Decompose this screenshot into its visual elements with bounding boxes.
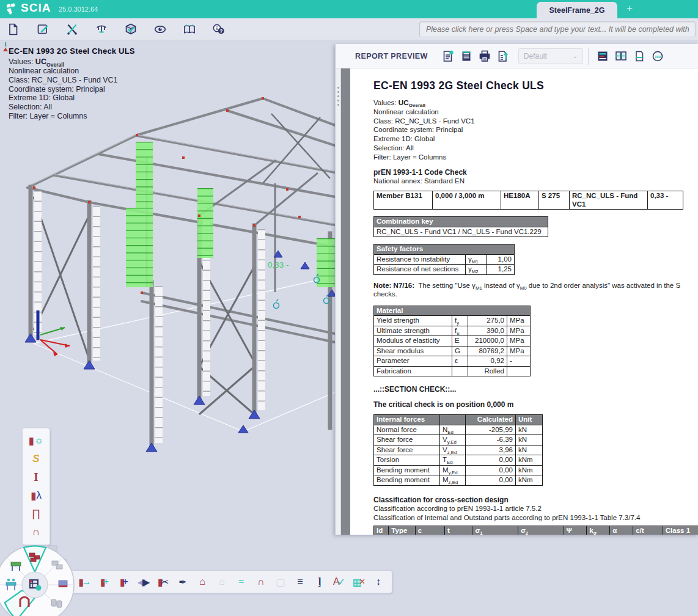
table-cell: 0,33 - <box>648 191 683 210</box>
table-cell: TEd <box>440 455 466 466</box>
table-cell: HE180A <box>501 191 539 210</box>
input-panel-toolbar: ▮☼SI▮λ∏∩ <box>22 428 50 545</box>
report-content: EC-EN 1993 2G Steel Check ULS Values: UC… <box>350 68 698 535</box>
force-row: Bending momentMz,Ed0,00kNm <box>374 475 543 486</box>
table-cell: MPa <box>507 346 531 356</box>
format-brush-icon[interactable]: ✒ <box>173 572 193 592</box>
table-cell: - <box>507 356 531 367</box>
classification-line1: Classification according to prEN 1993-1-… <box>373 504 698 513</box>
load-panel-icon[interactable] <box>59 581 67 587</box>
report-info-lines: Nonlinear calculationClass: RC_NC_ULS - … <box>373 108 698 162</box>
table-cell: Material <box>374 306 531 316</box>
table-cell: Normal force <box>374 425 440 435</box>
marking-menu-wheel[interactable] <box>0 541 83 616</box>
table-cell: Parameter <box>374 356 452 367</box>
print-icon[interactable] <box>476 47 494 65</box>
report-page[interactable]: EC-EN 1993 2G Steel Check ULS Values: UC… <box>350 68 698 535</box>
haunch-frame-icon[interactable]: ∏ <box>23 505 50 523</box>
member-settings-icon[interactable]: ▮☼ <box>23 431 50 450</box>
help-icon[interactable]: i ? <box>209 20 228 38</box>
view-icon[interactable] <box>150 20 169 38</box>
export-report-icon[interactable] <box>494 47 512 65</box>
tools-icon[interactable] <box>62 20 81 38</box>
check-names-icon[interactable]: A✓ <box>329 572 349 592</box>
table-cell: kN <box>516 445 543 455</box>
report-info-line: Extreme 1D: Global <box>373 134 698 144</box>
classification-line2: Classification of Internal and Outstand … <box>373 513 698 522</box>
layers-icon[interactable]: ≡ <box>290 572 310 592</box>
check-info-line: Selection: All <box>9 103 135 112</box>
table-cell <box>507 366 531 376</box>
connect-members-icon[interactable]: ▮+ <box>95 572 114 592</box>
wheel-center[interactable] <box>22 572 48 598</box>
section-check-heading: ...::SECTION CHECK::... <box>373 385 698 394</box>
warning-arrow-icon <box>3 48 8 51</box>
svg-text:?: ? <box>219 28 222 34</box>
table-cell: Mz,Ed <box>440 475 466 486</box>
two-pages-icon[interactable] <box>612 47 630 65</box>
storey-copy-icon[interactable]: ≈ <box>232 572 251 592</box>
layout-icon[interactable] <box>593 47 612 65</box>
table-cell <box>452 366 468 376</box>
zoom-100-icon[interactable]: 100 <box>648 47 667 65</box>
report-container-icon[interactable] <box>457 47 476 65</box>
table-header-cell: kσ[-] <box>587 526 610 535</box>
table-cell: Bending moment <box>374 465 440 475</box>
table-cell: My,Ed <box>440 465 466 475</box>
main-toolbar: i ? <box>0 18 698 40</box>
classification-table-wrap: IdTypec[mm]t[mm]σ1[kN/m²]σ2[kN/m²]Ψ[-]kσ… <box>373 526 698 535</box>
cross-section-icon[interactable]: I <box>23 468 50 486</box>
new-tab-button[interactable]: + <box>622 1 637 16</box>
report-info-line: Selection: All <box>373 144 698 153</box>
force-row: Normal forceNEd-205,99kN <box>374 425 543 435</box>
edit-project-icon[interactable] <box>33 20 52 38</box>
app-brand: SCIA <box>21 1 51 15</box>
national-annex-line: National annex: Standard EN <box>373 177 698 186</box>
ucs-axes <box>38 310 70 356</box>
table-cell: Member B131 <box>374 191 433 210</box>
portal-frame-icon[interactable]: ⌂ <box>193 572 212 592</box>
check-info-line: Nonlinear calculation <box>9 67 135 76</box>
arch-frame-icon[interactable]: ∩ <box>251 572 271 592</box>
material-row: Yield strengthfy275,0MPa <box>374 316 531 326</box>
library-icon[interactable] <box>180 20 199 38</box>
new-project-icon[interactable] <box>4 20 23 38</box>
combination-key-table: Combination keyRC_NC_ULS - Fund VC1 / NC… <box>373 216 548 237</box>
check-structure-icon[interactable] <box>121 20 140 38</box>
project-tab[interactable]: SteelFrame_2G <box>537 2 617 18</box>
buckling-lambda-icon[interactable]: ▮λ <box>23 486 50 505</box>
rename-items-icon[interactable]: I] <box>310 572 329 592</box>
supports-icon[interactable] <box>92 20 111 38</box>
material-row: Modulus of elasticityE210000,0MPa <box>374 336 531 346</box>
table-cell: MPa <box>507 316 531 326</box>
report-preset-dropdown[interactable]: Default ⌄ <box>518 48 583 64</box>
table-cell: 3,96 <box>466 445 516 455</box>
mirror-icon[interactable]: ◀▶ <box>134 572 153 592</box>
insert-node-icon[interactable]: ▮+ <box>114 572 134 592</box>
table-cell: NEd <box>440 425 466 435</box>
table-cell: 0,000 / 3,000 m <box>433 191 501 210</box>
delete-table-icon[interactable]: ▦× <box>349 572 369 592</box>
table-cell: 0,00 <box>466 465 516 475</box>
trim-beam-icon[interactable]: ▮✂ <box>153 572 173 592</box>
table-cell: RC_NC_ULS - Fund VC1 / NC_ULS - Fund VC1… <box>374 227 548 237</box>
table-cell: Resistance of net sections <box>374 265 466 275</box>
table-cell: Internal forces <box>374 415 440 425</box>
report-side-tab[interactable] <box>336 68 341 535</box>
spotlight-search[interactable] <box>419 21 696 37</box>
internal-forces-table: Internal forcesCalculatedUnitNormal forc… <box>373 414 543 486</box>
page-gutter <box>341 68 350 535</box>
dimension-line-icon[interactable]: ↕ <box>369 572 388 592</box>
add-to-report-icon[interactable] <box>439 47 457 65</box>
table-header-cell: σ2[kN/m²] <box>518 526 564 535</box>
curved-beam-icon[interactable]: S <box>23 450 50 468</box>
arch-beam-icon[interactable]: ∩ <box>23 523 50 541</box>
one-page-icon[interactable] <box>630 47 648 65</box>
table-cell: kN <box>516 425 543 435</box>
table-header-cell: c/t[-] <box>633 526 663 535</box>
marquee-select-icon: ▢ <box>271 572 290 592</box>
spotlight-input[interactable] <box>419 21 696 37</box>
table-cell: fu <box>452 326 468 336</box>
table-cell: S 275 <box>539 191 570 210</box>
force-row: Shear forceVz,Ed3,96kN <box>374 445 543 455</box>
